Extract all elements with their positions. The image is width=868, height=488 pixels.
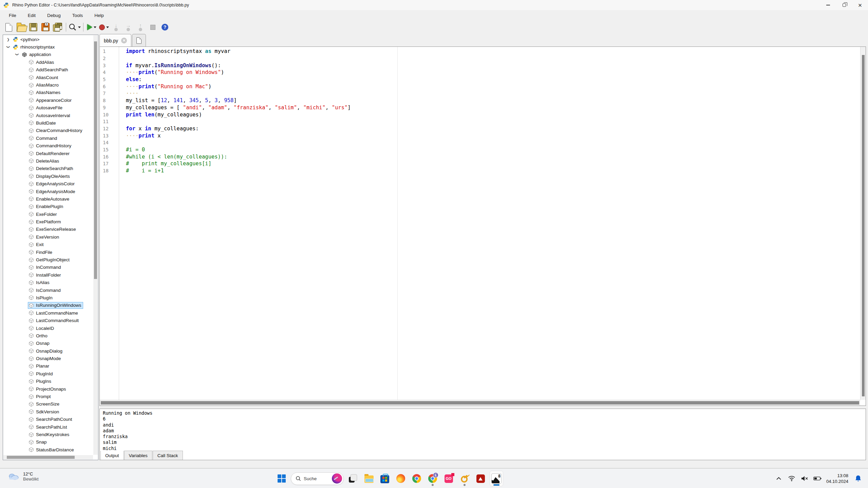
close-button[interactable]: ✕ (852, 0, 868, 10)
tree-item[interactable]: OsnapMode (3, 355, 93, 362)
save-as-button[interactable]: + (40, 22, 51, 33)
tree-item[interactable]: DefaultRenderer (3, 150, 93, 157)
tray-chevron-up-icon[interactable] (775, 474, 783, 483)
scrollbar-thumb[interactable] (7, 456, 75, 459)
minimize-button[interactable] (820, 0, 836, 10)
tree-item[interactable]: ExeVersion (3, 233, 93, 241)
code-line[interactable]: 16 #while (i < len(my_colleagues)): (100, 153, 860, 160)
key-manager-button[interactable] (458, 471, 471, 486)
notification-bell-icon[interactable] (853, 475, 863, 482)
go-app-button[interactable]: GO (442, 471, 455, 486)
tree-item[interactable]: AppearanceColor (3, 96, 93, 104)
code-line[interactable]: 11 (100, 118, 860, 125)
code-line[interactable]: 2 (100, 55, 860, 62)
open-file-button[interactable] (15, 22, 27, 33)
tree-item[interactable]: <python> (3, 36, 93, 43)
tree-item[interactable]: StatusBarDistance (3, 446, 93, 453)
code-line[interactable]: 14 (100, 139, 860, 146)
code-line[interactable]: 4 ····print("Running on Windows") (100, 69, 860, 76)
tree-item[interactable]: StatusBarMessage (3, 453, 93, 455)
code-line[interactable]: 3 if myvar.IsRunningOnWindows(): (100, 62, 860, 69)
tree-item[interactable]: Osnap (3, 340, 93, 347)
code-line[interactable]: 5 else: (100, 76, 860, 83)
code-line[interactable]: 7 ···· (100, 90, 860, 97)
tree-item[interactable]: DeleteAlias (3, 157, 93, 165)
tree-item[interactable]: DisplayOleAlerts (3, 172, 93, 180)
code-line[interactable]: 15 #i = 0 (100, 146, 860, 153)
tree-item[interactable]: PlugInId (3, 370, 93, 377)
tree-item[interactable]: IsRunningOnWindows (3, 302, 93, 309)
scrollbar-thumb[interactable] (862, 55, 865, 396)
tree-item[interactable]: ClearCommandHistory (3, 127, 93, 134)
tree-item[interactable]: InstallFolder (3, 271, 93, 279)
tree-item[interactable]: ProjectOsnaps (3, 385, 93, 393)
save-all-button[interactable] (52, 22, 63, 33)
tree-item[interactable]: rhinoscriptsyntax (3, 43, 93, 51)
tree-item[interactable]: BuildDate (3, 119, 93, 127)
volume-muted-icon[interactable] (800, 474, 809, 483)
tree-item[interactable]: AutosaveFile (3, 104, 93, 112)
tree-item[interactable]: IsAlias (3, 279, 93, 286)
search-highlight-image[interactable] (332, 473, 342, 484)
code-line[interactable]: 12 for x in my_colleagues: (100, 125, 860, 132)
tree-item[interactable]: EnableAutosave (3, 195, 93, 203)
tree-item[interactable]: EdgeAnalysisMode (3, 188, 93, 195)
tree-chevron-icon[interactable] (16, 53, 21, 56)
tree-chevron-icon[interactable] (7, 38, 12, 41)
tree-item[interactable]: SdkVersion (3, 408, 93, 415)
menu-item[interactable]: Help (90, 11, 109, 20)
output-panel-tab[interactable]: Output (100, 451, 124, 460)
tree-item[interactable]: IsCommand (3, 286, 93, 294)
menu-item[interactable]: File (4, 11, 21, 20)
help-button[interactable]: ? (159, 22, 171, 33)
new-file-button[interactable] (3, 22, 15, 33)
tree-item[interactable]: PlugIns (3, 378, 93, 385)
step-out-button[interactable]: ↑ (135, 22, 146, 33)
step-over-button[interactable]: → (122, 22, 134, 33)
tree-item[interactable]: DeleteSearchPath (3, 165, 93, 172)
task-view-button[interactable] (346, 471, 360, 486)
taskbar-search-input[interactable]: Suche (291, 472, 344, 485)
tree-item[interactable]: application (3, 51, 93, 58)
run-dropdown-arrow[interactable] (94, 26, 96, 28)
taskbar-weather-widget[interactable]: 12°C Bewölkt (7, 471, 39, 482)
tree-item[interactable]: AutosaveInterval (3, 112, 93, 119)
run-button[interactable] (86, 22, 97, 33)
tree-item[interactable]: AddAlias (3, 58, 93, 66)
code-editor[interactable]: 1 import rhinoscriptsyntax as myvar 2 3 … (99, 46, 866, 406)
tree-item[interactable]: GetPlugInObject (3, 256, 93, 263)
menu-item[interactable]: Debug (42, 11, 65, 20)
tree-chevron-icon[interactable] (7, 45, 12, 49)
code-line[interactable]: 18 # i = i+1 (100, 167, 860, 174)
tree-item[interactable]: OsnapDialog (3, 347, 93, 355)
code-line[interactable]: 1 import rhinoscriptsyntax as myvar (100, 48, 860, 55)
step-into-button[interactable]: ↓ (110, 22, 122, 33)
tree-item[interactable]: ScreenSize (3, 400, 93, 408)
tree-item[interactable]: AddSearchPath (3, 66, 93, 74)
tree-horizontal-scrollbar[interactable] (3, 455, 93, 459)
tree-item[interactable]: LastCommandResult (3, 317, 93, 324)
tree-item[interactable]: ExeFolder (3, 210, 93, 218)
chrome-button[interactable] (410, 471, 423, 486)
tree-item[interactable]: LocaleID (3, 324, 93, 332)
tab-close-icon[interactable]: ✕ (121, 38, 127, 43)
tree-item[interactable]: IsPlugIn (3, 294, 93, 301)
code-line[interactable]: 13 ····print x (100, 132, 860, 139)
taskbar-clock[interactable]: 13:08 04.10.2024 (826, 473, 848, 484)
search-dropdown-arrow[interactable] (78, 26, 81, 28)
editor-vertical-scrollbar[interactable] (860, 47, 866, 400)
search-button[interactable] (69, 22, 81, 33)
tree-item[interactable]: AliasMacro (3, 81, 93, 89)
tree-item[interactable]: Prompt (3, 393, 93, 400)
file-explorer-button[interactable] (362, 471, 376, 486)
tree-item[interactable]: AliasNames (3, 89, 93, 96)
tree-item[interactable]: ExeServiceRelease (3, 226, 93, 233)
tree-item[interactable]: EnablePlugIn (3, 203, 93, 210)
tree-item[interactable]: Snap (3, 438, 93, 446)
tree-item[interactable]: FindFile (3, 248, 93, 256)
tree-item[interactable]: ExePlatform (3, 218, 93, 225)
tree-item[interactable]: CommandHistory (3, 142, 93, 149)
stop-record-button[interactable] (98, 22, 110, 33)
new-tab-button[interactable] (132, 34, 146, 47)
stop-dropdown-arrow[interactable] (106, 26, 109, 28)
